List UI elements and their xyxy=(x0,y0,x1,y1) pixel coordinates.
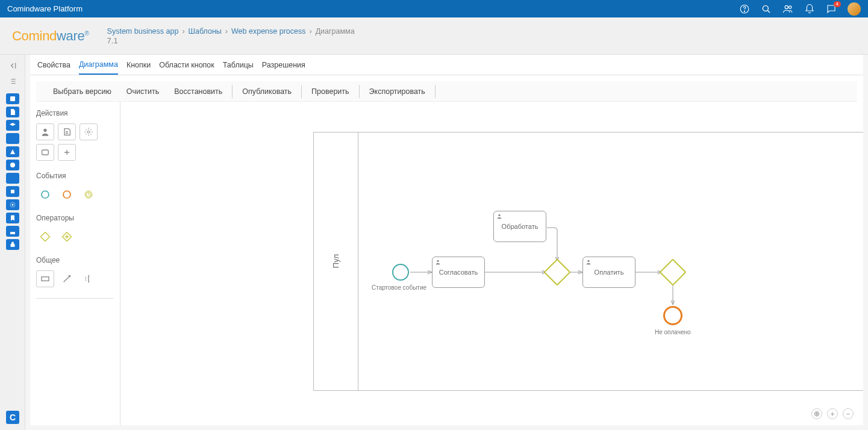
help-icon[interactable] xyxy=(739,4,750,14)
tabs: Свойства Диаграмма Кнопки Области кнопок… xyxy=(30,55,863,75)
task-process[interactable]: Обработать xyxy=(493,211,546,242)
svg-point-21 xyxy=(437,260,439,262)
user-icon xyxy=(496,213,502,220)
pal-script-task-icon[interactable] xyxy=(58,123,76,140)
pal-operators-title: Операторы xyxy=(36,214,114,222)
svg-point-4 xyxy=(789,5,792,8)
svg-rect-13 xyxy=(42,150,49,155)
tab-diagram[interactable]: Диаграмма xyxy=(79,55,118,75)
top-bar-icons: 4 xyxy=(739,2,861,16)
zoom-controls: ⊕ ＋ － xyxy=(811,408,854,419)
rail-item-10[interactable] xyxy=(6,213,19,223)
pal-end-event-icon[interactable] xyxy=(58,186,76,203)
tool-export[interactable]: Экспортировать xyxy=(362,85,436,98)
rail-item-5[interactable] xyxy=(6,146,19,157)
pal-start-event-icon[interactable] xyxy=(36,186,54,203)
svg-rect-5 xyxy=(10,96,15,101)
canvas[interactable]: Пул xyxy=(120,102,863,425)
rail-item-8[interactable] xyxy=(6,186,19,197)
rail-list-icon[interactable] xyxy=(7,75,19,87)
svg-point-8 xyxy=(11,204,13,206)
tool-clear[interactable]: Очистить xyxy=(119,85,167,98)
rail-item-12[interactable] xyxy=(6,239,19,250)
logo: Comindware® xyxy=(12,28,89,44)
chat-icon[interactable]: 4 xyxy=(826,4,837,14)
svg-rect-20 xyxy=(42,277,49,281)
palette: Действия События Операторы xyxy=(30,102,120,425)
tab-button-areas[interactable]: Области кнопок xyxy=(159,56,214,74)
rail-item-11[interactable] xyxy=(6,226,19,237)
user-icon xyxy=(585,259,592,266)
tab-properties[interactable]: Свойства xyxy=(37,56,70,74)
rail-collapse-icon[interactable] xyxy=(7,60,19,72)
crumb-1[interactable]: Шаблоны xyxy=(189,27,222,36)
crumb-3: Диаграмма xyxy=(316,27,355,36)
content: Свойства Диаграмма Кнопки Области кнопок… xyxy=(30,55,863,425)
svg-rect-18 xyxy=(40,232,49,241)
rail-item-7[interactable] xyxy=(6,173,19,184)
toolbar: Выбрать версию Очистить Восстановить Опу… xyxy=(36,81,857,102)
task-approve[interactable]: Согласовать xyxy=(432,257,485,288)
svg-rect-10 xyxy=(10,244,14,247)
gateway-1[interactable] xyxy=(543,258,570,285)
svg-point-15 xyxy=(63,191,70,198)
tool-publish[interactable]: Опубликовать xyxy=(235,85,302,98)
zoom-out-icon[interactable]: － xyxy=(843,408,854,419)
crumb-2[interactable]: Web expense process xyxy=(231,27,305,36)
crumb-0[interactable]: System business app xyxy=(107,27,179,36)
avatar[interactable] xyxy=(848,2,861,16)
app-launcher-button[interactable]: C xyxy=(6,411,19,424)
svg-point-1 xyxy=(744,11,745,11)
breadcrumb: System business app› Шаблоны› Web expens… xyxy=(107,27,355,36)
tab-buttons[interactable]: Кнопки xyxy=(126,56,151,74)
rail-item-4[interactable] xyxy=(6,133,19,144)
rail-item-1[interactable] xyxy=(6,93,19,104)
pool[interactable]: Пул xyxy=(313,132,863,391)
svg-point-23 xyxy=(587,260,589,262)
gateway-2[interactable] xyxy=(659,258,686,285)
pal-flow-icon[interactable] xyxy=(58,270,76,287)
tool-select-version[interactable]: Выбрать версию xyxy=(46,85,119,98)
tool-restore[interactable]: Восстановить xyxy=(167,85,233,98)
app-title: Comindware Platform xyxy=(7,4,83,13)
pal-service-task-icon[interactable] xyxy=(80,123,98,140)
svg-point-22 xyxy=(498,214,500,216)
pal-subprocess-icon[interactable] xyxy=(58,144,76,161)
bell-icon[interactable] xyxy=(804,4,815,14)
svg-point-6 xyxy=(10,163,15,167)
pal-actions-title: Действия xyxy=(36,109,114,117)
header: Comindware® System business app› Шаблоны… xyxy=(0,17,868,55)
end-event[interactable] xyxy=(663,306,682,325)
pal-gateway-icon[interactable] xyxy=(36,228,54,245)
search-icon[interactable] xyxy=(761,4,772,14)
tab-tables[interactable]: Таблицы xyxy=(223,56,254,74)
pal-parallel-gateway-icon[interactable] xyxy=(58,228,76,245)
start-event[interactable] xyxy=(392,264,409,281)
svg-point-2 xyxy=(763,5,768,11)
pal-annotation-icon[interactable] xyxy=(80,270,98,287)
pal-pool-icon[interactable] xyxy=(36,270,54,287)
tool-check[interactable]: Проверить xyxy=(304,85,360,98)
users-icon[interactable] xyxy=(782,4,793,14)
tab-permissions[interactable]: Разрешения xyxy=(262,56,305,74)
zoom-fit-icon[interactable]: ⊕ xyxy=(811,408,822,419)
pal-task-icon[interactable] xyxy=(36,144,54,161)
svg-rect-7 xyxy=(11,190,14,193)
top-bar: Comindware Platform 4 xyxy=(0,0,868,17)
rail-item-3[interactable] xyxy=(6,120,19,131)
zoom-in-icon[interactable]: ＋ xyxy=(827,408,838,419)
pool-header[interactable]: Пул xyxy=(314,132,358,390)
rail-item-6[interactable] xyxy=(6,160,19,170)
task-pay[interactable]: Оплатить xyxy=(582,257,635,288)
side-rail xyxy=(0,55,25,430)
rail-item-2[interactable] xyxy=(6,107,19,117)
pal-user-task-icon[interactable] xyxy=(36,123,54,140)
version: 7.1 xyxy=(107,36,355,45)
user-icon xyxy=(435,259,441,266)
start-label: Стартовое событие xyxy=(372,284,426,291)
rail-item-9[interactable] xyxy=(6,199,19,210)
pal-general-title: Общее xyxy=(36,256,114,264)
svg-point-14 xyxy=(42,191,49,198)
end-label: Не оплачено xyxy=(655,329,691,335)
pal-timer-event-icon[interactable] xyxy=(80,186,98,203)
